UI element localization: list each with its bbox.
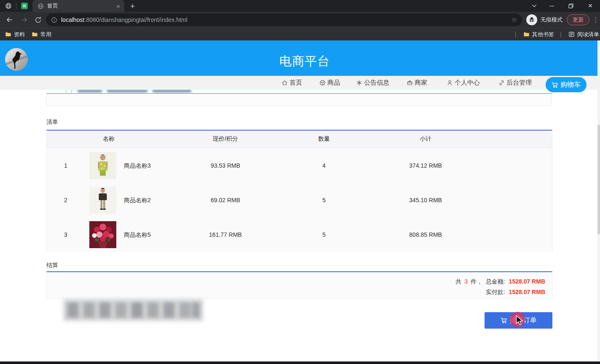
tab-search-chevron-icon[interactable] [527, 0, 542, 12]
bookmarks-bar: 资料 常用 | 其他书签 | 阅读清单 [0, 28, 600, 40]
column-header-price: 现价/积分 [213, 135, 238, 143]
reading-list-icon [568, 31, 575, 37]
tab-separator [16, 3, 16, 9]
announcement-icon [356, 80, 362, 86]
summary-paid-line: 实付款: 1528.07 RMB [486, 289, 545, 296]
admin-link-icon [498, 80, 505, 86]
bookmarks-separator: | [515, 31, 517, 38]
url-path: :8080/dianshangpingtai/front/index.html [84, 16, 187, 23]
nav-item-home[interactable]: 首页 [281, 76, 302, 90]
row-index: 3 [64, 231, 67, 238]
product-price: 69.02 RMB [211, 197, 240, 203]
folder-icon [5, 31, 11, 37]
product-subtotal: 808.85 RMB [409, 231, 442, 238]
screen: 首页 × + × localhost:80 [0, 0, 600, 364]
bookmark-folder-ziliao[interactable]: 资料 [5, 31, 25, 38]
product-qty: 4 [322, 162, 326, 169]
bookmark-label: 资料 [14, 31, 25, 38]
reading-list[interactable]: 阅读清单 [568, 31, 599, 38]
cart-icon [501, 317, 507, 324]
nav-label: 首页 [289, 79, 302, 87]
window-minimize-button[interactable] [542, 0, 561, 12]
window-restore-button[interactable] [561, 0, 581, 12]
tab-title: 首页 [47, 2, 113, 10]
nav-item-merchants[interactable]: 商家 [407, 76, 427, 90]
column-header-subtotal: 小计 [420, 135, 431, 143]
nav-item-announcements[interactable]: 公告信息 [356, 76, 389, 90]
site-navbar: 首页 商品 公告信息 商家 个人中心 后台管理 [0, 76, 600, 90]
bookmark-label: 阅读清单 [577, 31, 599, 38]
summary-count: 3 [464, 278, 468, 285]
bookmark-folder-changyong[interactable]: 常用 [32, 31, 51, 38]
active-tab[interactable]: 首页 × [32, 0, 124, 12]
nav-item-products[interactable]: 商品 [319, 76, 340, 90]
product-qty: 5 [322, 197, 326, 203]
other-bookmarks[interactable]: 其他书签 [523, 31, 554, 38]
forward-icon[interactable] [20, 16, 28, 24]
product-subtotal: 374.12 RMB [409, 162, 442, 169]
cart-label: 购物车 [560, 80, 581, 89]
product-icon [319, 80, 326, 86]
browser-toolbar: localhost:8080/dianshangpingtai/front/in… [0, 12, 600, 28]
nav-label: 公告信息 [364, 79, 389, 87]
scrollbar-thumb[interactable] [597, 125, 600, 234]
reload-icon[interactable] [35, 16, 42, 24]
window-close-button[interactable]: × [581, 0, 600, 12]
bottom-edge-bar [0, 361, 600, 364]
pinned-tab-sheets-icon[interactable] [21, 2, 28, 10]
cart-icon [552, 82, 558, 88]
product-price: 161.77 RMB [209, 231, 242, 238]
settle-section-title: 结算 [46, 262, 58, 269]
row-index: 2 [64, 197, 67, 203]
table-header-row: 名称 现价/积分 数量 小计 [47, 131, 552, 148]
globe-icon[interactable] [5, 3, 12, 9]
nav-label: 个人中心 [455, 79, 480, 87]
product-photo-green-top[interactable] [89, 152, 116, 179]
browser-menu-icon[interactable]: ⋮ [592, 16, 599, 24]
summary-paid-value: 1528.07 RMB [509, 289, 545, 295]
folder-icon [32, 31, 38, 37]
product-photo-flower-bouquet[interactable] [89, 221, 116, 248]
summary-paid-label: 实付款: [486, 289, 505, 295]
url-bar[interactable]: localhost:8080/dianshangpingtai/front/in… [46, 13, 522, 26]
nav-item-personal-center[interactable]: 个人中心 [447, 76, 480, 90]
bookmark-label: 其他书签 [532, 31, 554, 38]
cart-items-table: 名称 现价/积分 数量 小计 1 商品名称3 93.53 RMB 4 374.1… [46, 130, 552, 252]
bookmarks-separator: | [560, 31, 562, 38]
product-price: 93.53 RMB [211, 162, 240, 169]
product-subtotal: 345.10 RMB [409, 197, 442, 203]
home-icon [281, 80, 288, 86]
address-panel-divider [46, 93, 552, 94]
nav-item-admin[interactable]: 后台管理 [498, 76, 532, 90]
column-header-qty: 数量 [318, 135, 330, 143]
page-info-icon[interactable] [51, 17, 57, 23]
cart-button[interactable]: 购物车 [546, 77, 587, 92]
tab-close-icon[interactable]: × [116, 3, 120, 9]
update-button[interactable]: 更新 [567, 14, 589, 25]
table-row[interactable]: 2 商品名称2 69.02 RMB 5 345.10 RMB [47, 183, 552, 218]
incognito-icon [526, 14, 537, 25]
globe-icon [38, 3, 44, 9]
new-tab-button[interactable]: + [128, 2, 137, 10]
redacted-watermark [63, 299, 203, 321]
summary-total-label: 总金额: [486, 278, 505, 285]
row-index: 1 [64, 162, 67, 169]
url-host: localhost [61, 16, 84, 23]
mouse-cursor-icon [515, 315, 524, 326]
product-photo-man-jacket[interactable] [89, 187, 116, 214]
column-header-name: 名称 [103, 135, 115, 143]
summary-total-line: 共 3 件， 总金额: 1528.07 RMB [455, 278, 545, 286]
site-title: 电商平台 [279, 53, 330, 70]
table-row[interactable]: 3 商品名称5 161.77 RMB 5 808.85 RMB [47, 217, 552, 252]
folder-icon [523, 31, 530, 37]
table-row[interactable]: 1 商品名称3 93.53 RMB 4 374.12 RMB [47, 148, 552, 183]
address-panel-remnant [46, 94, 552, 106]
summary-count-prefix: 共 [455, 278, 461, 285]
site-logo-avatar[interactable] [5, 48, 28, 71]
nav-label: 商品 [327, 79, 340, 87]
back-icon[interactable] [6, 16, 13, 24]
list-section-title: 清单 [46, 118, 58, 126]
product-name: 商品名称2 [124, 197, 151, 204]
bookmark-star-icon[interactable]: ☆ [512, 16, 517, 24]
nav-label: 商家 [415, 79, 427, 87]
